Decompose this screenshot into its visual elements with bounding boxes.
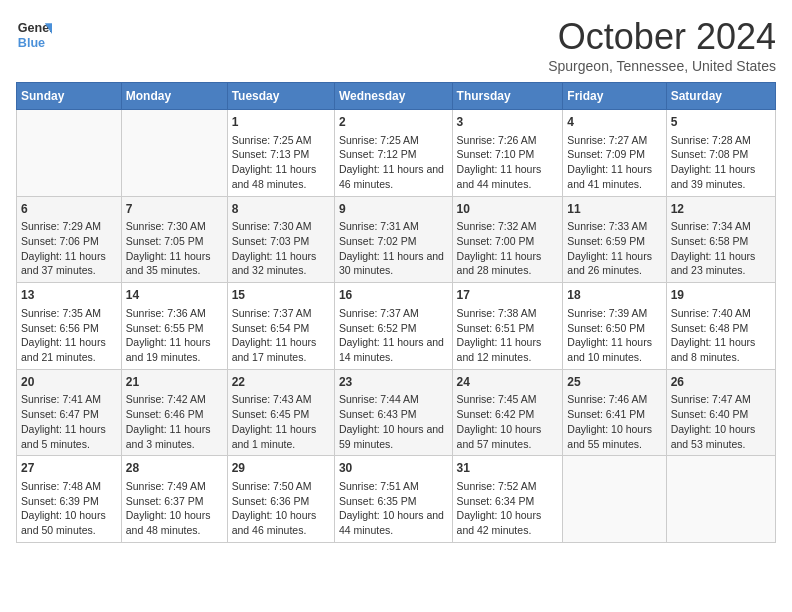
sunset: Sunset: 6:47 PM xyxy=(21,408,99,420)
sunset: Sunset: 6:46 PM xyxy=(126,408,204,420)
sunset: Sunset: 6:41 PM xyxy=(567,408,645,420)
sunset: Sunset: 7:09 PM xyxy=(567,148,645,160)
sunrise: Sunrise: 7:45 AM xyxy=(457,393,537,405)
calendar-cell: 11Sunrise: 7:33 AMSunset: 6:59 PMDayligh… xyxy=(563,196,666,283)
daylight: Daylight: 10 hours and 50 minutes. xyxy=(21,509,106,536)
calendar-cell: 31Sunrise: 7:52 AMSunset: 6:34 PMDayligh… xyxy=(452,456,563,543)
daylight: Daylight: 10 hours and 42 minutes. xyxy=(457,509,542,536)
sunrise: Sunrise: 7:33 AM xyxy=(567,220,647,232)
day-number: 18 xyxy=(567,287,661,304)
sunset: Sunset: 7:00 PM xyxy=(457,235,535,247)
day-number: 10 xyxy=(457,201,559,218)
calendar-cell: 15Sunrise: 7:37 AMSunset: 6:54 PMDayligh… xyxy=(227,283,334,370)
calendar-cell: 23Sunrise: 7:44 AMSunset: 6:43 PMDayligh… xyxy=(334,369,452,456)
sunrise: Sunrise: 7:32 AM xyxy=(457,220,537,232)
day-number: 3 xyxy=(457,114,559,131)
day-number: 26 xyxy=(671,374,771,391)
sunset: Sunset: 6:42 PM xyxy=(457,408,535,420)
sunrise: Sunrise: 7:46 AM xyxy=(567,393,647,405)
sunrise: Sunrise: 7:30 AM xyxy=(232,220,312,232)
sunrise: Sunrise: 7:51 AM xyxy=(339,480,419,492)
day-number: 12 xyxy=(671,201,771,218)
week-row-2: 6Sunrise: 7:29 AMSunset: 7:06 PMDaylight… xyxy=(17,196,776,283)
calendar-cell: 13Sunrise: 7:35 AMSunset: 6:56 PMDayligh… xyxy=(17,283,122,370)
daylight: Daylight: 11 hours and 23 minutes. xyxy=(671,250,756,277)
week-row-4: 20Sunrise: 7:41 AMSunset: 6:47 PMDayligh… xyxy=(17,369,776,456)
daylight: Daylight: 10 hours and 59 minutes. xyxy=(339,423,444,450)
daylight: Daylight: 11 hours and 37 minutes. xyxy=(21,250,106,277)
day-number: 14 xyxy=(126,287,223,304)
calendar-cell xyxy=(666,456,775,543)
sunset: Sunset: 6:40 PM xyxy=(671,408,749,420)
daylight: Daylight: 11 hours and 41 minutes. xyxy=(567,163,652,190)
daylight: Daylight: 11 hours and 14 minutes. xyxy=(339,336,444,363)
calendar-cell: 27Sunrise: 7:48 AMSunset: 6:39 PMDayligh… xyxy=(17,456,122,543)
day-number: 19 xyxy=(671,287,771,304)
day-header-monday: Monday xyxy=(121,83,227,110)
day-number: 24 xyxy=(457,374,559,391)
calendar-cell: 10Sunrise: 7:32 AMSunset: 7:00 PMDayligh… xyxy=(452,196,563,283)
sunrise: Sunrise: 7:49 AM xyxy=(126,480,206,492)
calendar-cell: 19Sunrise: 7:40 AMSunset: 6:48 PMDayligh… xyxy=(666,283,775,370)
daylight: Daylight: 11 hours and 10 minutes. xyxy=(567,336,652,363)
day-header-saturday: Saturday xyxy=(666,83,775,110)
calendar-cell: 18Sunrise: 7:39 AMSunset: 6:50 PMDayligh… xyxy=(563,283,666,370)
day-number: 30 xyxy=(339,460,448,477)
sunrise: Sunrise: 7:29 AM xyxy=(21,220,101,232)
sunrise: Sunrise: 7:43 AM xyxy=(232,393,312,405)
sunset: Sunset: 6:59 PM xyxy=(567,235,645,247)
week-row-3: 13Sunrise: 7:35 AMSunset: 6:56 PMDayligh… xyxy=(17,283,776,370)
sunrise: Sunrise: 7:40 AM xyxy=(671,307,751,319)
sunrise: Sunrise: 7:37 AM xyxy=(339,307,419,319)
sunrise: Sunrise: 7:41 AM xyxy=(21,393,101,405)
daylight: Daylight: 10 hours and 46 minutes. xyxy=(232,509,317,536)
calendar-cell: 16Sunrise: 7:37 AMSunset: 6:52 PMDayligh… xyxy=(334,283,452,370)
calendar-cell: 28Sunrise: 7:49 AMSunset: 6:37 PMDayligh… xyxy=(121,456,227,543)
day-number: 25 xyxy=(567,374,661,391)
day-header-thursday: Thursday xyxy=(452,83,563,110)
calendar-cell: 1Sunrise: 7:25 AMSunset: 7:13 PMDaylight… xyxy=(227,110,334,197)
calendar-cell: 3Sunrise: 7:26 AMSunset: 7:10 PMDaylight… xyxy=(452,110,563,197)
sunrise: Sunrise: 7:38 AM xyxy=(457,307,537,319)
sunrise: Sunrise: 7:30 AM xyxy=(126,220,206,232)
daylight: Daylight: 11 hours and 5 minutes. xyxy=(21,423,106,450)
day-number: 2 xyxy=(339,114,448,131)
sunset: Sunset: 7:08 PM xyxy=(671,148,749,160)
daylight: Daylight: 11 hours and 28 minutes. xyxy=(457,250,542,277)
sunset: Sunset: 6:45 PM xyxy=(232,408,310,420)
daylight: Daylight: 11 hours and 26 minutes. xyxy=(567,250,652,277)
calendar-cell xyxy=(563,456,666,543)
daylight: Daylight: 11 hours and 8 minutes. xyxy=(671,336,756,363)
day-number: 5 xyxy=(671,114,771,131)
day-number: 20 xyxy=(21,374,117,391)
sunrise: Sunrise: 7:50 AM xyxy=(232,480,312,492)
day-number: 17 xyxy=(457,287,559,304)
sunrise: Sunrise: 7:34 AM xyxy=(671,220,751,232)
sunset: Sunset: 7:03 PM xyxy=(232,235,310,247)
sunset: Sunset: 6:36 PM xyxy=(232,495,310,507)
daylight: Daylight: 11 hours and 44 minutes. xyxy=(457,163,542,190)
daylight: Daylight: 11 hours and 32 minutes. xyxy=(232,250,317,277)
sunset: Sunset: 6:55 PM xyxy=(126,322,204,334)
sunset: Sunset: 6:37 PM xyxy=(126,495,204,507)
sunset: Sunset: 6:34 PM xyxy=(457,495,535,507)
week-row-1: 1Sunrise: 7:25 AMSunset: 7:13 PMDaylight… xyxy=(17,110,776,197)
daylight: Daylight: 10 hours and 57 minutes. xyxy=(457,423,542,450)
sunrise: Sunrise: 7:48 AM xyxy=(21,480,101,492)
calendar-cell: 6Sunrise: 7:29 AMSunset: 7:06 PMDaylight… xyxy=(17,196,122,283)
day-header-sunday: Sunday xyxy=(17,83,122,110)
day-number: 8 xyxy=(232,201,330,218)
day-number: 4 xyxy=(567,114,661,131)
sunset: Sunset: 6:35 PM xyxy=(339,495,417,507)
day-header-wednesday: Wednesday xyxy=(334,83,452,110)
sunrise: Sunrise: 7:47 AM xyxy=(671,393,751,405)
sunset: Sunset: 7:10 PM xyxy=(457,148,535,160)
day-number: 28 xyxy=(126,460,223,477)
calendar-cell: 22Sunrise: 7:43 AMSunset: 6:45 PMDayligh… xyxy=(227,369,334,456)
daylight: Daylight: 11 hours and 46 minutes. xyxy=(339,163,444,190)
daylight: Daylight: 11 hours and 19 minutes. xyxy=(126,336,211,363)
day-number: 21 xyxy=(126,374,223,391)
day-number: 15 xyxy=(232,287,330,304)
calendar-cell: 30Sunrise: 7:51 AMSunset: 6:35 PMDayligh… xyxy=(334,456,452,543)
day-number: 23 xyxy=(339,374,448,391)
